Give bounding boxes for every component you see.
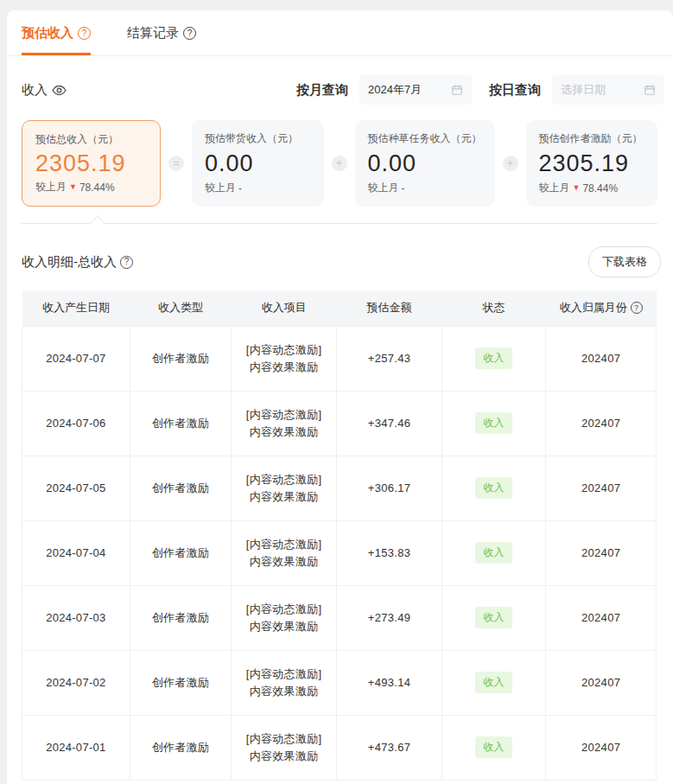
cell-type: 创作者激励 — [130, 326, 231, 391]
card-compare: 较上月 - — [205, 181, 311, 195]
tab-estimated-income[interactable]: 预估收入 ? — [22, 25, 91, 55]
tab-label: 预估收入 — [22, 25, 73, 41]
card-value: 0.00 — [205, 150, 311, 177]
cell-month: 202407 — [546, 456, 657, 520]
help-icon[interactable]: ? — [120, 256, 133, 269]
project-line-2: 内容效果激励 — [232, 553, 336, 570]
cell-status: 收入 — [441, 520, 545, 585]
col-header-project: 收入项目 — [232, 290, 337, 326]
card-compare: 较上月 ▼ 78.44% — [35, 180, 147, 194]
cell-amount: +257.43 — [337, 326, 442, 391]
status-badge: 收入 — [475, 347, 512, 369]
card-title: 预估带货收入（元） — [205, 131, 311, 146]
table-row: 2024-07-04 创作者激励 [内容动态激励] 内容效果激励 +153.83… — [22, 520, 657, 585]
cell-type: 创作者激励 — [130, 650, 231, 715]
col-header-amount: 预估金额 — [337, 290, 442, 326]
table-row: 2024-07-02 创作者激励 [内容动态激励] 内容效果激励 +493.14… — [22, 650, 657, 715]
card-title: 预估种草任务收入（元） — [368, 131, 482, 146]
cell-project: [内容动态激励] 内容效果激励 — [232, 650, 337, 715]
help-icon[interactable]: ? — [78, 27, 91, 40]
card-total-income[interactable]: 预估总收入（元） 2305.19 较上月 ▼ 78.44% — [22, 120, 161, 207]
card-seeding-task-income[interactable]: 预估种草任务收入（元） 0.00 较上月 - — [355, 120, 495, 207]
cell-project: [内容动态激励] 内容效果激励 — [232, 520, 337, 585]
project-line-2: 内容效果激励 — [232, 683, 336, 700]
card-goods-income[interactable]: 预估带货收入（元） 0.00 较上月 - — [192, 120, 324, 207]
cell-type: 创作者激励 — [130, 456, 231, 520]
project-line-2: 内容效果激励 — [232, 424, 336, 441]
cell-month: 202407 — [546, 585, 657, 650]
cell-date: 2024-07-04 — [22, 520, 130, 585]
table-row: 2024-07-05 创作者激励 [内容动态激励] 内容效果激励 +306.17… — [22, 456, 657, 520]
table-row: 2024-07-06 创作者激励 [内容动态激励] 内容效果激励 +347.46… — [22, 391, 657, 456]
month-query-label: 按月查询 — [296, 82, 348, 99]
cell-amount: +153.83 — [337, 520, 442, 585]
tab-bar: 预估收入 ? 结算记录 ? — [7, 10, 673, 56]
card-compare: 较上月 ▼ 78.44% — [539, 181, 645, 195]
detail-section-header: 收入明细-总收入 ? 下载表格 — [7, 224, 673, 277]
plus-icon: + — [503, 156, 518, 171]
project-line-1: [内容动态激励] — [232, 536, 336, 553]
cell-date: 2024-07-07 — [22, 326, 130, 391]
cell-status: 收入 — [441, 391, 545, 456]
project-line-2: 内容效果激励 — [232, 748, 336, 765]
col-header-month: 收入归属月份 ? — [546, 290, 657, 326]
calendar-icon — [451, 84, 463, 96]
col-header-type: 收入类型 — [130, 290, 231, 326]
cell-project: [内容动态激励] 内容效果激励 — [232, 585, 337, 650]
table-body: 2024-07-07 创作者激励 [内容动态激励] 内容效果激励 +257.43… — [22, 326, 657, 780]
cell-month: 202407 — [546, 520, 657, 585]
month-picker-value: 2024年7月 — [368, 82, 422, 98]
cell-type: 创作者激励 — [130, 715, 231, 780]
cell-month: 202407 — [546, 391, 657, 456]
cell-status: 收入 — [441, 585, 545, 650]
section-title-text: 收入明细-总收入 — [22, 254, 117, 271]
card-creator-incentive[interactable]: 预估创作者激励（元） 2305.19 较上月 ▼ 78.44% — [526, 120, 658, 207]
compare-value: - — [402, 182, 405, 194]
down-triangle-icon: ▼ — [573, 184, 581, 192]
cell-type: 创作者激励 — [130, 391, 231, 456]
cell-date: 2024-07-03 — [22, 585, 130, 650]
col-header-status: 状态 — [441, 290, 545, 326]
cell-month: 202407 — [546, 650, 657, 715]
status-badge: 收入 — [475, 542, 512, 564]
card-title: 预估创作者激励（元） — [539, 131, 645, 146]
tab-settlement-records[interactable]: 结算记录 ? — [127, 25, 196, 55]
compare-label: 较上月 — [539, 181, 570, 195]
eye-icon[interactable] — [52, 83, 67, 98]
month-picker-input[interactable]: 2024年7月 — [359, 75, 472, 105]
cell-amount: +473.67 — [337, 715, 442, 780]
compare-value: - — [238, 182, 242, 194]
cell-month: 202407 — [546, 326, 657, 391]
day-query-label: 按日查询 — [489, 82, 541, 99]
tab-label: 结算记录 — [127, 25, 179, 41]
col-header-month-text: 收入归属月份 — [560, 300, 627, 316]
operator-separator: + — [324, 120, 355, 207]
cell-amount: +273.49 — [337, 585, 442, 650]
cell-date: 2024-07-05 — [22, 456, 130, 520]
project-line-2: 内容效果激励 — [232, 618, 336, 635]
compare-label: 较上月 — [35, 180, 67, 194]
compare-value: 78.44% — [79, 182, 115, 194]
card-compare: 较上月 - — [368, 181, 482, 195]
cell-project: [内容动态激励] 内容效果激励 — [232, 456, 337, 520]
compare-value: 78.44% — [582, 182, 618, 194]
help-icon[interactable]: ? — [183, 27, 196, 40]
day-picker-placeholder: 选择日期 — [561, 82, 606, 98]
detail-section-title: 收入明细-总收入 ? — [22, 254, 133, 271]
cell-amount: +347.46 — [337, 391, 442, 456]
card-value: 0.00 — [368, 150, 482, 177]
card-title: 预估总收入（元） — [35, 132, 147, 147]
cell-status: 收入 — [441, 715, 545, 780]
download-table-button[interactable]: 下载表格 — [588, 246, 661, 277]
day-picker-input[interactable]: 选择日期 — [552, 75, 664, 105]
project-line-2: 内容效果激励 — [232, 359, 336, 376]
col-header-date: 收入产生日期 — [22, 290, 130, 326]
table-header: 收入产生日期 收入类型 收入项目 预估金额 状态 收入归属月份 ? — [22, 290, 657, 326]
income-detail-table: 收入产生日期 收入类型 收入项目 预估金额 状态 收入归属月份 ? 2024-0… — [22, 290, 657, 781]
help-icon[interactable]: ? — [631, 302, 643, 314]
status-badge: 收入 — [475, 607, 512, 628]
operator-separator: = — [161, 120, 192, 207]
status-badge: 收入 — [475, 672, 512, 693]
cell-date: 2024-07-01 — [22, 715, 130, 780]
table-row: 2024-07-07 创作者激励 [内容动态激励] 内容效果激励 +257.43… — [22, 326, 657, 391]
